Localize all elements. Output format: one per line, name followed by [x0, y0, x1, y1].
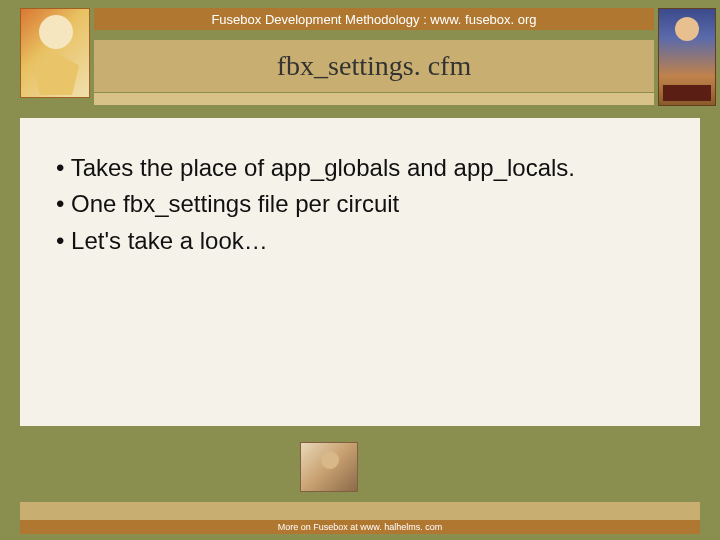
footer-bar: More on Fusebox at www. halhelms. com	[20, 520, 700, 534]
decorative-image-right	[658, 8, 716, 106]
sub-bar	[94, 93, 654, 105]
decorative-image-left	[20, 8, 90, 98]
top-bar-text: Fusebox Development Methodology : www. f…	[211, 12, 536, 27]
list-item: Takes the place of app_globals and app_l…	[44, 152, 676, 184]
slide-title: fbx_settings. cfm	[277, 50, 471, 82]
list-item: One fbx_settings file per circuit	[44, 188, 676, 220]
top-bar: Fusebox Development Methodology : www. f…	[94, 8, 654, 30]
content-area: Takes the place of app_globals and app_l…	[20, 118, 700, 426]
header-area: Fusebox Development Methodology : www. f…	[0, 0, 720, 114]
decorative-image-center	[300, 442, 358, 492]
footer-band	[20, 502, 700, 522]
title-bar: fbx_settings. cfm	[94, 40, 654, 92]
list-item: Let's take a look…	[44, 225, 676, 257]
footer-area: More on Fusebox at www. halhelms. com	[0, 432, 720, 540]
bullet-list: Takes the place of app_globals and app_l…	[44, 152, 676, 257]
footer-text: More on Fusebox at www. halhelms. com	[278, 522, 443, 532]
